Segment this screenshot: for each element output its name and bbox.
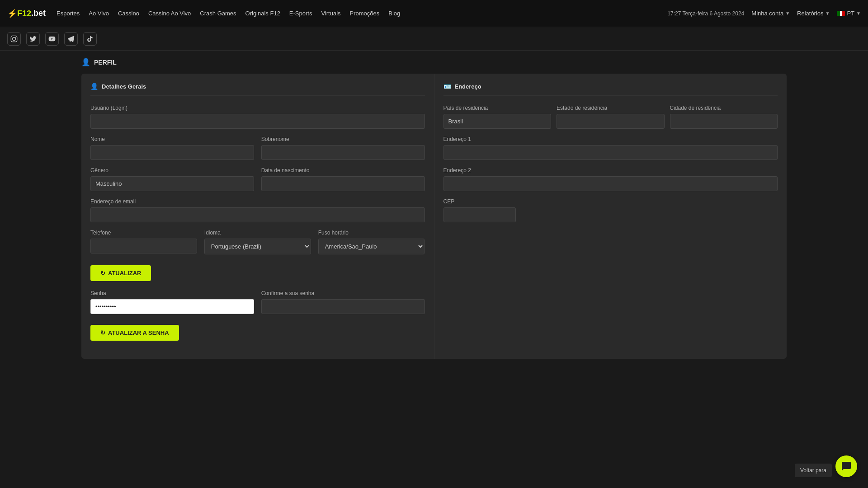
senha-label: Senha (90, 290, 254, 296)
nav-e-sports[interactable]: E-Sports (289, 10, 312, 17)
password-row: Senha Confirme a sua senha (90, 290, 425, 321)
profile-header: 👤 PERFIL (81, 58, 787, 66)
nome-label: Nome (90, 136, 254, 142)
pais-group: País de residência (443, 105, 552, 129)
language-selector[interactable]: PT ▼ (837, 10, 861, 17)
svg-point-2 (15, 37, 16, 38)
details-panel-icon: 👤 (90, 83, 98, 90)
end1-label: Endereço 1 (443, 136, 778, 142)
nav-esportes[interactable]: Esportes (57, 10, 80, 17)
nav-promocoes[interactable]: Promoções (350, 10, 380, 17)
idioma-select[interactable]: Portuguese (Brazil) English (204, 239, 311, 254)
address-panel-label: Endereço (455, 83, 481, 90)
nav-links: Esportes Ao Vivo Cassino Cassino Ao Vivo… (57, 10, 667, 17)
social-nav (0, 27, 868, 51)
atualizar-senha-button[interactable]: ↻ ATUALIZAR A SENHA (90, 325, 179, 341)
nav-originais-f12[interactable]: Originais F12 (245, 10, 280, 17)
address-panel-icon: 🪪 (443, 83, 451, 90)
datetime: 17:27 Terça-feira 6 Agosto 2024 (667, 10, 744, 17)
idioma-group: Idioma Portuguese (Brazil) English (204, 230, 311, 254)
genero-group: Gênero (90, 167, 254, 191)
nav-cassino-ao-vivo[interactable]: Cassino Ao Vivo (148, 10, 191, 17)
end1-input[interactable] (443, 145, 778, 160)
language-label: PT (847, 10, 854, 17)
nav-ao-vivo[interactable]: Ao Vivo (89, 10, 109, 17)
logo[interactable]: ⚡F12.bet (7, 9, 46, 19)
top-nav: ⚡F12.bet Esportes Ao Vivo Cassino Cassin… (0, 0, 868, 27)
fuso-label: Fuso horário (318, 230, 425, 236)
tiktok-icon[interactable] (83, 32, 97, 46)
genero-input[interactable] (90, 176, 254, 191)
estado-input[interactable] (557, 114, 665, 129)
sobrenome-input[interactable] (261, 145, 425, 160)
genero-row: Gênero Data de nascimento (90, 167, 425, 198)
nav-cassino[interactable]: Cassino (118, 10, 139, 17)
minha-conta-chevron: ▼ (785, 11, 790, 16)
cep-group: CEP (443, 198, 516, 222)
atualizar-label: ATUALIZAR (108, 270, 141, 277)
language-chevron: ▼ (856, 11, 861, 16)
conf-senha-group: Confirme a sua senha (261, 290, 425, 314)
address-panel-title: 🪪 Endereço (443, 83, 778, 96)
panel-details: 👤 Detalhes Gerais Usuário (Login) Nome S… (81, 74, 434, 359)
fuso-group: Fuso horário America/Sao_Paulo UTC (318, 230, 425, 254)
atualizar-button[interactable]: ↻ ATUALIZAR (90, 265, 151, 281)
minha-conta-label: Minha conta (751, 10, 783, 17)
usuario-input[interactable] (90, 114, 425, 129)
senha-input[interactable] (90, 299, 254, 314)
email-input[interactable] (90, 207, 425, 222)
pais-input[interactable] (443, 114, 552, 129)
conf-senha-label: Confirme a sua senha (261, 290, 425, 296)
instagram-icon[interactable] (7, 32, 21, 46)
genero-label: Gênero (90, 167, 254, 174)
profile-title: PERFIL (94, 59, 117, 66)
end2-label: Endereço 2 (443, 167, 778, 174)
cep-input[interactable] (443, 207, 516, 222)
telegram-icon[interactable] (64, 32, 78, 46)
svg-point-1 (13, 37, 16, 40)
nome-row: Nome Sobrenome (90, 136, 425, 167)
estado-group: Estado de residência (557, 105, 665, 129)
telefone-group: Telefone (90, 230, 197, 254)
atualizar-senha-label: ATUALIZAR A SENHA (108, 329, 169, 336)
telefone-input[interactable] (90, 239, 197, 253)
nome-input[interactable] (90, 145, 254, 160)
nav-right: 17:27 Terça-feira 6 Agosto 2024 Minha co… (667, 10, 861, 17)
sobrenome-group: Sobrenome (261, 136, 425, 160)
voltar-para-button[interactable]: Voltar para (795, 464, 832, 477)
email-label: Endereço de email (90, 198, 425, 205)
end1-group: Endereço 1 (443, 136, 778, 160)
pt-flag-icon (837, 11, 845, 16)
nav-blog[interactable]: Blog (388, 10, 400, 17)
atualizar-icon: ↻ (100, 270, 105, 277)
usuario-group: Usuário (Login) (90, 105, 425, 129)
estado-label: Estado de residência (557, 105, 665, 111)
minha-conta-button[interactable]: Minha conta ▼ (751, 10, 790, 17)
cidade-label: Cidade de residência (670, 105, 778, 111)
nav-virtuais[interactable]: Virtuais (321, 10, 340, 17)
usuario-label: Usuário (Login) (90, 105, 425, 111)
end2-input[interactable] (443, 176, 778, 191)
twitter-icon[interactable] (26, 32, 40, 46)
relatorios-label: Relatórios (797, 10, 824, 17)
contact-row: Telefone Idioma Portuguese (Brazil) Engl… (90, 230, 425, 262)
profile-header-icon: 👤 (81, 58, 90, 66)
relatorios-button[interactable]: Relatórios ▼ (797, 10, 830, 17)
nav-crash-games[interactable]: Crash Games (200, 10, 236, 17)
chat-button[interactable] (835, 455, 857, 477)
email-group: Endereço de email (90, 198, 425, 222)
details-panel-label: Detalhes Gerais (102, 83, 146, 90)
cidade-group: Cidade de residência (670, 105, 778, 129)
conf-senha-input[interactable] (261, 299, 425, 314)
telefone-label: Telefone (90, 230, 197, 236)
pais-label: País de residência (443, 105, 552, 111)
idioma-label: Idioma (204, 230, 311, 236)
senha-group: Senha (90, 290, 254, 314)
fuso-select[interactable]: America/Sao_Paulo UTC (318, 239, 425, 254)
cidade-input[interactable] (670, 114, 778, 129)
details-panel-title: 👤 Detalhes Gerais (90, 83, 425, 96)
end2-group: Endereço 2 (443, 167, 778, 191)
youtube-icon[interactable] (45, 32, 59, 46)
voltar-para-label: Voltar para (800, 467, 826, 474)
data-nasc-input[interactable] (261, 176, 425, 191)
